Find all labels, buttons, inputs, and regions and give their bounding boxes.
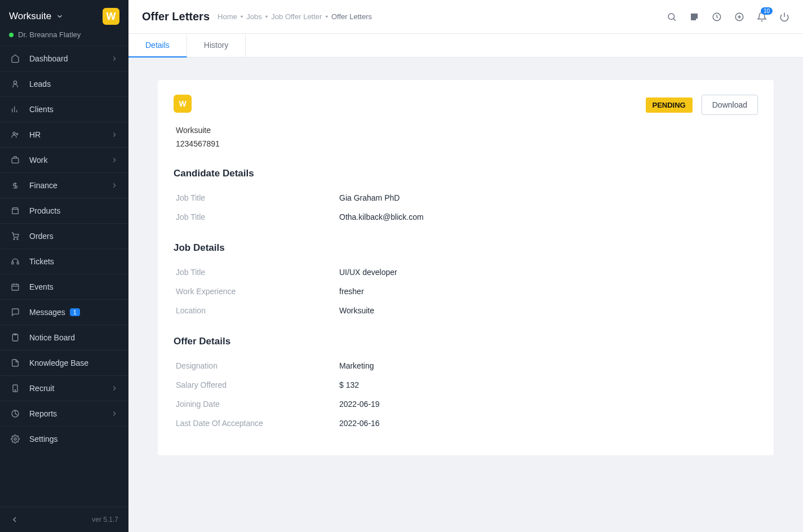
events-icon — [10, 282, 20, 292]
detail-value: fresher — [339, 287, 364, 296]
sidebar-item-clients[interactable]: Clients — [0, 96, 128, 122]
sidebar-item-label: Products — [29, 206, 60, 215]
detail-value: Gia Graham PhD — [339, 193, 400, 202]
sidebar-item-finance[interactable]: Finance — [0, 172, 128, 198]
chevron-right-icon — [110, 410, 118, 418]
sidebar-item-notice-board[interactable]: Notice Board — [0, 325, 128, 350]
leads-icon — [10, 79, 20, 89]
breadcrumb-separator: • — [241, 12, 243, 21]
sidebar-item-work[interactable]: Work — [0, 147, 128, 172]
sidebar-item-label: Dashboard — [29, 54, 68, 63]
sidebar-item-label: Finance — [29, 181, 57, 190]
breadcrumb: Home•Jobs•Job Offer Letter•Offer Letters — [218, 12, 372, 21]
tabs: DetailsHistory — [128, 34, 803, 57]
detail-row: LocationWorksuite — [174, 301, 758, 320]
notice-board-icon — [10, 333, 20, 343]
detail-value: 2022-06-16 — [339, 419, 380, 428]
detail-label: Job Title — [176, 193, 339, 202]
svg-rect-13 — [12, 284, 19, 290]
svg-point-5 — [16, 133, 18, 135]
detail-row: Job TitleUI/UX developer — [174, 263, 758, 282]
chevron-right-icon — [110, 156, 118, 164]
detail-value: Worksuite — [339, 306, 374, 315]
offer-card: W PENDING Download Worksuite 1234567891 … — [158, 80, 774, 455]
sidebar-item-messages[interactable]: Messages1 — [0, 299, 128, 325]
detail-value: Otha.kilback@blick.com — [339, 212, 424, 221]
sidebar-item-tickets[interactable]: Tickets — [0, 249, 128, 274]
chevron-down-icon — [56, 12, 64, 20]
brand-switcher[interactable]: Worksuite — [9, 11, 64, 22]
detail-row: Joining Date2022-06-19 — [174, 394, 758, 414]
svg-point-10 — [17, 238, 18, 240]
sidebar-item-label: Reports — [29, 409, 57, 418]
sidebar-item-products[interactable]: Products — [0, 198, 128, 223]
brand-logo: W — [103, 8, 119, 25]
notifications-button[interactable]: 10 — [757, 12, 767, 22]
sidebar-item-recruit[interactable]: Recruit — [0, 375, 128, 401]
finance-icon — [10, 180, 20, 190]
hr-icon — [10, 130, 20, 140]
detail-label: Joining Date — [176, 400, 339, 409]
detail-row: Job TitleOtha.kilback@blick.com — [174, 207, 758, 227]
svg-line-24 — [673, 19, 675, 20]
sidebar-item-knowledge-base[interactable]: Knowledge Base — [0, 350, 128, 375]
sidebar-item-reports[interactable]: Reports — [0, 401, 128, 426]
current-user[interactable]: Dr. Breanna Flatley — [0, 30, 128, 46]
breadcrumb-item[interactable]: Jobs — [246, 12, 261, 21]
section-title: Job Details — [174, 242, 758, 254]
detail-label: Designation — [176, 361, 339, 370]
chevron-right-icon — [110, 384, 118, 392]
section-title: Candidate Details — [174, 168, 758, 179]
detail-label: Location — [176, 306, 339, 315]
chevron-right-icon — [110, 131, 118, 139]
detail-label: Job Title — [176, 268, 339, 277]
sticky-note-icon — [689, 12, 699, 22]
sidebar-item-dashboard[interactable]: Dashboard — [0, 46, 128, 71]
sidebar-item-label: Notice Board — [29, 333, 75, 342]
company-id: 1234567891 — [176, 138, 758, 151]
detail-row: Last Date Of Acceptance2022-06-16 — [174, 414, 758, 433]
chevron-right-icon — [110, 55, 118, 63]
sidebar-item-label: Recruit — [29, 384, 54, 393]
knowledge-base-icon — [10, 358, 20, 368]
notes-button[interactable] — [689, 12, 699, 22]
sidebar-item-leads[interactable]: Leads — [0, 71, 128, 96]
detail-label: Work Experience — [176, 287, 339, 296]
breadcrumb-separator: • — [265, 12, 268, 21]
app-version: ver 5.1.7 — [92, 516, 118, 524]
detail-row: DesignationMarketing — [174, 356, 758, 375]
tab-history[interactable]: History — [187, 34, 246, 57]
sidebar-item-label: Tickets — [29, 257, 54, 266]
svg-point-4 — [13, 132, 15, 134]
notification-count: 10 — [761, 7, 773, 15]
timer-button[interactable] — [712, 12, 722, 22]
svg-rect-6 — [12, 158, 19, 163]
dashboard-icon — [10, 54, 20, 64]
sidebar-item-orders[interactable]: Orders — [0, 223, 128, 249]
sidebar-item-label: Settings — [29, 435, 58, 444]
breadcrumb-item[interactable]: Job Offer Letter — [271, 12, 322, 21]
download-button[interactable]: Download — [702, 95, 758, 115]
status-online-icon — [9, 33, 14, 37]
sidebar-item-badge: 1 — [70, 308, 80, 316]
detail-row: Salary Offered$ 132 — [174, 375, 758, 394]
logout-button[interactable] — [779, 12, 789, 22]
sidebar-collapse-button[interactable] — [10, 515, 19, 524]
tab-details[interactable]: Details — [128, 34, 187, 57]
sidebar-item-events[interactable]: Events — [0, 274, 128, 299]
svg-point-22 — [14, 438, 16, 440]
svg-rect-11 — [12, 262, 14, 264]
orders-icon — [10, 231, 20, 241]
sidebar-item-label: Orders — [29, 232, 54, 241]
search-button[interactable] — [667, 12, 677, 22]
svg-rect-12 — [17, 262, 19, 264]
sidebar-item-settings[interactable]: Settings — [0, 426, 128, 451]
status-badge: PENDING — [646, 97, 693, 113]
settings-icon — [10, 434, 20, 444]
add-button[interactable] — [734, 12, 744, 22]
search-icon — [667, 12, 677, 22]
sidebar-item-hr[interactable]: HR — [0, 122, 128, 147]
chevron-right-icon — [110, 181, 118, 189]
breadcrumb-item[interactable]: Home — [218, 12, 237, 21]
detail-value: $ 132 — [339, 380, 359, 389]
